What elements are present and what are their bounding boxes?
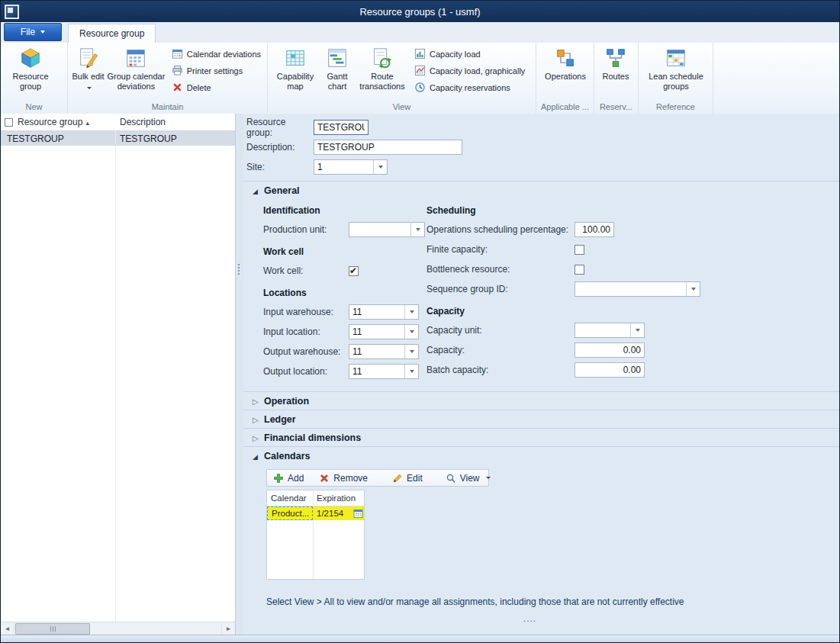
resource-group-field[interactable]: [314, 120, 369, 135]
capacity-load-button[interactable]: Capacity load: [410, 46, 529, 62]
select-all-checkbox[interactable]: [1, 118, 16, 127]
column-header-resource-group[interactable]: Resource group: [16, 114, 114, 130]
section-general[interactable]: General: [243, 181, 839, 199]
section-financial-dimensions[interactable]: Financial dimensions: [243, 428, 839, 446]
resource-group-button[interactable]: Resource group: [4, 44, 57, 92]
date-picker-icon[interactable]: [353, 509, 363, 519]
section-operation[interactable]: Operation: [243, 391, 839, 410]
edit-button[interactable]: Edit: [389, 473, 426, 484]
scroll-left-button[interactable]: [1, 623, 14, 635]
expander-collapsed-icon: [253, 414, 264, 425]
capacity-load-graphically-button[interactable]: Capacity load, graphically: [410, 63, 529, 79]
expander-expanded-icon: [253, 451, 264, 461]
expiration-cell[interactable]: 1/2154: [313, 506, 364, 520]
production-unit-combo[interactable]: [349, 222, 425, 237]
file-menu-button[interactable]: File: [4, 23, 62, 41]
lean-schedule-groups-button[interactable]: Lean schedule groups: [642, 44, 710, 92]
input-warehouse-combo[interactable]: 11: [349, 304, 419, 320]
dropdown-arrow-icon[interactable]: [410, 223, 424, 236]
calendars-section-body: Add Remove Edit View: [243, 465, 839, 632]
ribbon-group-applicable: Operations Applicable ...: [536, 43, 594, 114]
site-combo[interactable]: 1: [314, 159, 388, 175]
work-cell-checkbox[interactable]: [349, 266, 359, 276]
lean-schedule-icon: [665, 47, 687, 69]
identification-subheader: Identification: [263, 205, 426, 216]
section-calendars[interactable]: Calendars: [243, 446, 839, 465]
route-transactions-button[interactable]: Route transactions: [355, 44, 410, 92]
column-header-calendar[interactable]: Calendar: [267, 494, 313, 503]
batch-capacity-field[interactable]: [574, 362, 645, 378]
ribbon-tab-strip: File Resource group: [1, 22, 839, 43]
routes-icon: [604, 47, 627, 69]
remove-button[interactable]: Remove: [316, 473, 371, 484]
dropdown-caret-icon: [486, 477, 491, 479]
work-cell-subheader: Work cell: [263, 246, 426, 257]
calendar-icon: [172, 48, 183, 59]
ribbon: Resource group New Bulk edit Group calen…: [1, 43, 839, 114]
capacity-unit-combo[interactable]: [574, 323, 645, 338]
add-button[interactable]: Add: [270, 473, 307, 484]
sort-ascending-icon: [85, 117, 89, 127]
horizontal-scrollbar[interactable]: [1, 622, 235, 635]
description-field[interactable]: [314, 140, 462, 155]
grip-dots[interactable]: ....: [266, 613, 793, 624]
input-location-combo[interactable]: 11: [349, 324, 419, 339]
column-header-expiration[interactable]: Expiration: [313, 494, 364, 503]
calendar-assignment-row[interactable]: Product... 1/2154: [267, 506, 364, 520]
locations-subheader: Locations: [263, 288, 426, 298]
view-magnifier-icon: [446, 473, 456, 484]
operations-scheduling-percentage-field[interactable]: [574, 222, 614, 237]
calendar-deviations-button[interactable]: Calendar deviations: [167, 46, 266, 62]
printer-settings-button[interactable]: Printer settings: [167, 63, 266, 79]
section-ledger[interactable]: Ledger: [243, 410, 839, 428]
capacity-reservations-button[interactable]: Capacity reservations: [410, 79, 529, 95]
routes-button[interactable]: Routes: [597, 44, 634, 82]
bulk-edit-button[interactable]: Bulk edit: [71, 44, 105, 92]
remove-x-icon: [319, 473, 330, 484]
operations-button[interactable]: Operations: [539, 44, 591, 82]
resource-group-detail-panel: Resource group: Description: Site: 1 Gen…: [243, 114, 839, 635]
site-field-label: Site:: [246, 162, 314, 172]
dropdown-arrow-icon[interactable]: [686, 282, 700, 296]
resource-group-field-label: Resource group:: [246, 117, 314, 138]
operations-icon: [554, 47, 577, 69]
tab-resource-group[interactable]: Resource group: [68, 24, 156, 43]
group-calendar-icon: [124, 47, 147, 69]
view-all-note: Select View > All to view and/or manage …: [266, 596, 839, 607]
scroll-right-button[interactable]: [221, 623, 235, 635]
dropdown-arrow-icon[interactable]: [404, 365, 418, 378]
scroll-thumb[interactable]: [15, 623, 90, 635]
dropdown-arrow-icon[interactable]: [404, 325, 418, 339]
app-icon[interactable]: [5, 5, 19, 19]
general-section-body: Identification Production unit: Work cel…: [243, 199, 839, 391]
view-button[interactable]: View: [443, 473, 494, 484]
calendar-cell[interactable]: Product...: [267, 506, 313, 520]
list-row[interactable]: TESTGROUP TESTGROUP: [1, 131, 235, 146]
add-plus-icon: [273, 473, 284, 484]
delete-button[interactable]: Delete: [167, 79, 266, 95]
file-caret-icon: [40, 31, 45, 34]
dropdown-arrow-icon[interactable]: [373, 160, 387, 174]
scheduling-subheader: Scheduling: [426, 205, 839, 216]
sequence-group-combo[interactable]: [574, 281, 700, 297]
resource-groups-window: Resource groups (1 - usmf) File Resource…: [0, 0, 840, 643]
calendars-toolbar: Add Remove Edit View: [266, 469, 489, 487]
list-cell-description: TESTGROUP: [114, 133, 235, 144]
dropdown-arrow-icon[interactable]: [404, 305, 418, 319]
capability-map-button[interactable]: Capability map: [271, 44, 320, 92]
capability-map-icon: [284, 47, 307, 69]
capacity-reservations-icon: [414, 82, 426, 93]
output-warehouse-combo[interactable]: 11: [349, 344, 419, 359]
output-location-combo[interactable]: 11: [349, 364, 419, 379]
dropdown-arrow-icon[interactable]: [630, 323, 644, 337]
panel-splitter[interactable]: [236, 114, 243, 635]
column-header-description[interactable]: Description: [114, 117, 235, 127]
capacity-field[interactable]: [574, 342, 645, 358]
gantt-chart-button[interactable]: Gantt chart: [320, 44, 355, 92]
finite-capacity-checkbox[interactable]: [574, 245, 584, 255]
bottleneck-resource-checkbox[interactable]: [574, 265, 584, 275]
window-title: Resource groups (1 - usmf): [1, 6, 839, 18]
dropdown-arrow-icon[interactable]: [404, 345, 418, 358]
description-field-label: Description:: [246, 142, 314, 153]
group-calendar-deviations-button[interactable]: Group calendar deviations: [105, 44, 167, 92]
